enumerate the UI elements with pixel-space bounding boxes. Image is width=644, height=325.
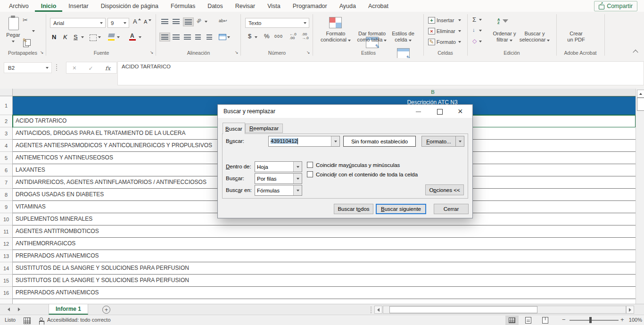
accessibility-status[interactable]: Accesibilidad: todo correcto [47,317,111,323]
align-center-icon[interactable] [173,34,180,40]
tab-datos[interactable]: Datos [201,0,229,12]
format-dropdown-icon[interactable] [458,41,461,43]
merge-center-icon[interactable] [219,34,226,40]
align-top-icon[interactable] [161,19,168,24]
tab-ayuda[interactable]: Ayuda [333,0,362,12]
clear-icon[interactable] [472,38,477,44]
match-case-checkbox[interactable] [307,162,313,168]
grid-row[interactable]: SUSTITUTOS DE LA SANGRE Y SOLUCIONES PAR… [13,262,636,275]
tab-acrobat[interactable]: Acrobat [362,0,395,12]
zoom-slider[interactable] [570,320,619,321]
close-icon[interactable] [458,107,463,117]
comma-style-icon[interactable]: 000 [274,34,283,39]
grid-row[interactable]: PREPARADOS ANTIANEMICOS [13,287,636,299]
align-right-icon[interactable] [184,34,191,40]
tab-programador[interactable]: Programador [287,0,333,12]
currency-icon[interactable]: $ [248,33,251,40]
view-page-break-icon[interactable] [538,316,552,325]
paste-dropdown-icon[interactable] [12,41,15,42]
view-page-layout-icon[interactable] [521,316,535,325]
currency-dropdown-icon[interactable] [255,36,257,38]
grid-row[interactable]: AGENTES ANTITROMBOTICOS [13,225,636,238]
decrease-decimal-icon[interactable]: .00→.0 [302,33,309,40]
match-entire-cell-checkbox[interactable] [307,171,313,177]
new-sheet-icon[interactable]: + [102,306,110,314]
find-what-combo[interactable]: 439110412 [268,136,340,147]
scroll-left-icon[interactable] [374,306,382,314]
underline-dropdown-icon[interactable] [81,36,84,38]
row-number-16[interactable]: 16 [0,287,12,299]
tab-insertar[interactable]: Insertar [62,0,94,12]
row-number-8[interactable]: 8 [0,189,12,201]
find-all-button[interactable]: Buscar todos [334,204,373,214]
find-what-dropdown-icon[interactable] [331,136,339,146]
row-number-4[interactable]: 4 [0,140,12,152]
select-all-corner[interactable] [0,89,13,96]
row-number-7[interactable]: 7 [0,176,12,189]
format-dropdown-icon[interactable] [455,136,464,146]
column-header-strip[interactable]: B [0,89,636,96]
sort-filter-button[interactable]: Ordenar y filtrar [488,31,521,43]
macro-record-icon[interactable] [24,317,31,324]
formula-bar-input[interactable]: ACIDO TARTARICO [117,61,644,85]
insert-dropdown-icon[interactable] [458,19,461,21]
sheet-tab-informe1[interactable]: Informe 1 [49,304,88,315]
horizontal-scrollbar-thumb[interactable] [389,306,537,313]
paste-icon[interactable] [8,17,19,30]
dialog-tab-reemplazar[interactable]: Reemplazar [245,124,283,133]
scroll-right-icon[interactable] [626,306,634,314]
number-dialog-launcher-icon[interactable] [306,50,311,55]
row-number-6[interactable]: 6 [0,164,12,176]
row-number-2[interactable]: 2 [0,115,12,127]
orientation-dropdown-icon[interactable] [205,21,207,23]
row-number-14[interactable]: 14 [0,262,12,275]
grid-row[interactable]: ANTIHEMORRAGICOS [13,238,636,250]
conditional-formatting-button[interactable]: Formato condicional [318,31,354,43]
row-number-15[interactable]: 15 [0,275,12,287]
orientation-icon[interactable] [195,17,202,24]
collapse-ribbon-icon[interactable] [633,50,638,55]
insert-cells-button[interactable]: Insertar [437,17,454,23]
maximize-icon[interactable] [437,109,443,115]
create-pdf-button[interactable]: Crear un PDF [562,31,590,43]
fill-dropdown-icon[interactable] [479,30,482,32]
zoom-out-icon[interactable] [562,316,566,323]
conditional-formatting-icon[interactable] [329,17,342,28]
grid-row[interactable]: PREPARADOS ANTIANEMICOS [13,250,636,262]
find-select-button[interactable]: Buscar y seleccionar [517,31,553,43]
increase-indent-icon[interactable] [206,34,212,40]
bold-button[interactable]: N [52,33,56,41]
dialog-tab-buscar[interactable]: Buscar [223,123,245,134]
clear-dropdown-icon[interactable] [479,41,482,42]
row-number-9[interactable]: 9 [0,201,12,213]
accessibility-icon[interactable] [40,317,43,321]
column-header-b[interactable]: B [423,89,442,95]
look-in-combo[interactable]: Fórmulas [255,185,302,196]
row-number-3[interactable]: 3 [0,127,12,140]
borders-dropdown-icon[interactable] [98,36,101,38]
scroll-up-icon[interactable] [637,90,644,98]
row-number-12[interactable]: 12 [0,238,12,250]
italic-button[interactable]: K [63,33,67,41]
borders-icon[interactable] [90,34,97,41]
tab-formulas[interactable]: Fórmulas [165,0,201,12]
font-color-dropdown-icon[interactable] [139,36,141,38]
merge-dropdown-icon[interactable] [227,36,230,38]
insert-function-icon[interactable] [105,64,110,72]
name-box[interactable]: B2 [4,62,52,73]
autosum-dropdown-icon[interactable] [479,19,482,21]
search-order-combo[interactable]: Por filas [255,173,302,184]
delete-dropdown-icon[interactable] [458,30,461,32]
fill-color-icon[interactable] [108,33,115,37]
zoom-slider-thumb[interactable] [589,317,592,323]
fill-color-dropdown-icon[interactable] [117,36,120,38]
row-number-11[interactable]: 11 [0,225,12,238]
name-box-dropdown-icon[interactable] [46,67,49,69]
within-dropdown-icon[interactable] [293,162,302,172]
cancel-entry-icon[interactable] [73,64,76,72]
decrease-font-icon[interactable] [144,19,147,25]
format-painter-icon[interactable] [23,37,27,44]
sort-filter-icon[interactable]: AZ [497,18,500,25]
clipboard-dialog-launcher-icon[interactable] [40,50,44,55]
look-in-dropdown-icon[interactable] [293,185,302,195]
